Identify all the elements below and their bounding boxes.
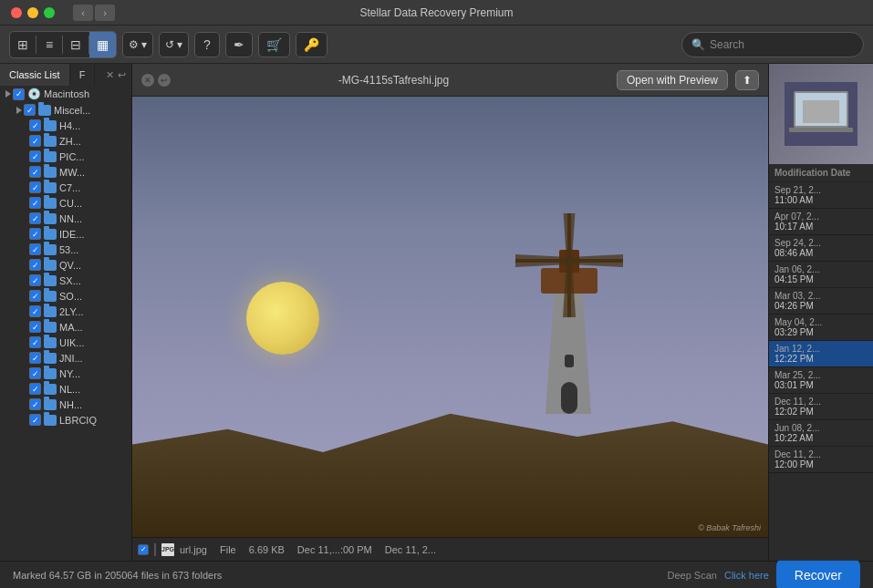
- folder-icon: [38, 105, 51, 116]
- list-item[interactable]: QV...: [0, 257, 131, 273]
- list-item[interactable]: NH...: [0, 397, 131, 412]
- tree-item-miscel[interactable]: Miscel...: [0, 102, 131, 118]
- list-item[interactable]: JNI...: [0, 350, 131, 366]
- search-icon: 🔍: [691, 38, 705, 51]
- settings-dropdown[interactable]: ⚙ ▾: [122, 32, 153, 57]
- date-row[interactable]: Jun 08, 2... 10:22 AM: [769, 420, 873, 447]
- nav-buttons: ‹ ›: [73, 5, 115, 21]
- item-checkbox[interactable]: [29, 197, 41, 209]
- list-item[interactable]: SX...: [0, 273, 131, 288]
- list-item[interactable]: MW...: [0, 164, 131, 180]
- date-row[interactable]: Sep 21, 2... 11:00 AM: [769, 182, 873, 209]
- tab-f[interactable]: F: [70, 64, 96, 86]
- file-checkbox[interactable]: ✓: [138, 544, 149, 555]
- back-button[interactable]: ‹: [73, 5, 93, 21]
- item-checkbox[interactable]: [29, 321, 41, 333]
- tree-item-macintosh[interactable]: 💿 Macintosh: [0, 86, 131, 102]
- list-item[interactable]: PIC...: [0, 149, 131, 164]
- cart-btn[interactable]: 🛒: [258, 32, 290, 57]
- folder-icon: [44, 198, 57, 209]
- search-box[interactable]: 🔍: [681, 32, 864, 57]
- view-icon-btn[interactable]: ⊞: [10, 32, 36, 57]
- item-checkbox[interactable]: [29, 181, 41, 193]
- list-item[interactable]: NY...: [0, 366, 131, 381]
- thumb-image: [785, 82, 857, 146]
- item-checkbox[interactable]: [29, 274, 41, 286]
- list-item[interactable]: 2LY...: [0, 304, 131, 319]
- item-checkbox[interactable]: [29, 398, 41, 410]
- sidebar: Classic List F ✕ ↩ 💿 Macintosh: [0, 64, 132, 561]
- click-here-link[interactable]: Click here: [724, 570, 769, 581]
- date-row[interactable]: Dec 11, 2... 12:00 PM: [769, 447, 873, 473]
- item-checkbox[interactable]: [29, 290, 41, 302]
- item-checkbox[interactable]: [29, 212, 41, 224]
- date-row[interactable]: Mar 25, 2... 03:01 PM: [769, 367, 873, 394]
- recover-button[interactable]: Recover: [776, 559, 860, 589]
- item-checkbox[interactable]: [29, 228, 41, 240]
- folder-icon: [44, 229, 57, 240]
- view-gallery-btn[interactable]: ▦: [89, 32, 116, 57]
- list-item[interactable]: 53...: [0, 242, 131, 257]
- item-checkbox[interactable]: [29, 414, 41, 426]
- folder-icon: [44, 368, 57, 379]
- date-row[interactable]: Sep 24, 2... 08:46 AM: [769, 235, 873, 262]
- item-checkbox[interactable]: [29, 243, 41, 255]
- list-item[interactable]: ZH...: [0, 133, 131, 149]
- file-size: 6.69 KB: [249, 544, 285, 555]
- list-item[interactable]: UIK...: [0, 335, 131, 350]
- item-checkbox[interactable]: [29, 166, 41, 178]
- date-row[interactable]: Mar 03, 2... 04:26 PM: [769, 288, 873, 315]
- view-list-btn[interactable]: ≡: [36, 32, 62, 57]
- date-row[interactable]: Apr 07, 2... 10:17 AM: [769, 209, 873, 235]
- list-item[interactable]: NL...: [0, 381, 131, 397]
- help-btn[interactable]: ?: [194, 32, 220, 57]
- list-item[interactable]: LBRCIQ: [0, 412, 131, 428]
- tree-label: NY...: [59, 368, 80, 379]
- date-row-active[interactable]: Jan 12, 2... 12:22 PM: [769, 341, 873, 367]
- maximize-button[interactable]: [44, 7, 55, 18]
- preview-restore-btn[interactable]: ↩: [158, 74, 171, 87]
- preview-close-btn[interactable]: ✕: [141, 74, 154, 87]
- item-checkbox[interactable]: [29, 367, 41, 379]
- history-dropdown[interactable]: ↺ ▾: [159, 32, 189, 57]
- search-input[interactable]: [710, 38, 854, 51]
- list-item[interactable]: H4...: [0, 118, 131, 133]
- item-checkbox[interactable]: [29, 352, 41, 364]
- list-item[interactable]: SO...: [0, 288, 131, 304]
- list-item[interactable]: CU...: [0, 195, 131, 211]
- item-checkbox[interactable]: [24, 104, 36, 116]
- key-btn[interactable]: 🔑: [296, 32, 327, 57]
- date-row[interactable]: May 04, 2... 03:29 PM: [769, 315, 873, 341]
- dropdown-arrow: ▾: [141, 38, 147, 51]
- tab-classic-list[interactable]: Classic List: [0, 64, 70, 86]
- view-column-btn[interactable]: ⊟: [63, 32, 88, 57]
- date-row[interactable]: Jan 06, 2... 04:15 PM: [769, 262, 873, 288]
- close-button[interactable]: [11, 7, 22, 18]
- item-checkbox[interactable]: [29, 150, 41, 162]
- restore-tab-icon[interactable]: ↩: [118, 69, 126, 81]
- view-switcher: ⊞ ≡ ⊟ ▦: [9, 31, 117, 58]
- share-button[interactable]: ⬆: [735, 70, 759, 90]
- item-checkbox[interactable]: [29, 119, 41, 131]
- open-with-preview-button[interactable]: Open with Preview: [617, 70, 728, 90]
- tree-label: C7...: [59, 182, 80, 193]
- date-row[interactable]: Dec 11, 2... 12:02 PM: [769, 394, 873, 420]
- list-item[interactable]: MA...: [0, 319, 131, 335]
- item-checkbox[interactable]: [29, 305, 41, 317]
- expand-icon: [5, 90, 11, 98]
- item-checkbox[interactable]: [13, 88, 25, 100]
- tree-label: IDE...: [59, 229, 85, 240]
- item-checkbox[interactable]: [29, 135, 41, 147]
- tree-label: SO...: [59, 291, 82, 302]
- item-checkbox[interactable]: [29, 383, 41, 395]
- sign-btn[interactable]: ✒: [225, 32, 253, 57]
- tree-label: MW...: [59, 167, 85, 178]
- item-checkbox[interactable]: [29, 336, 41, 348]
- list-item[interactable]: C7...: [0, 180, 131, 195]
- forward-button[interactable]: ›: [95, 5, 115, 21]
- minimize-button[interactable]: [27, 7, 38, 18]
- item-checkbox[interactable]: [29, 259, 41, 271]
- list-item[interactable]: IDE...: [0, 226, 131, 242]
- close-tab-icon[interactable]: ✕: [106, 69, 114, 81]
- list-item[interactable]: NN...: [0, 211, 131, 226]
